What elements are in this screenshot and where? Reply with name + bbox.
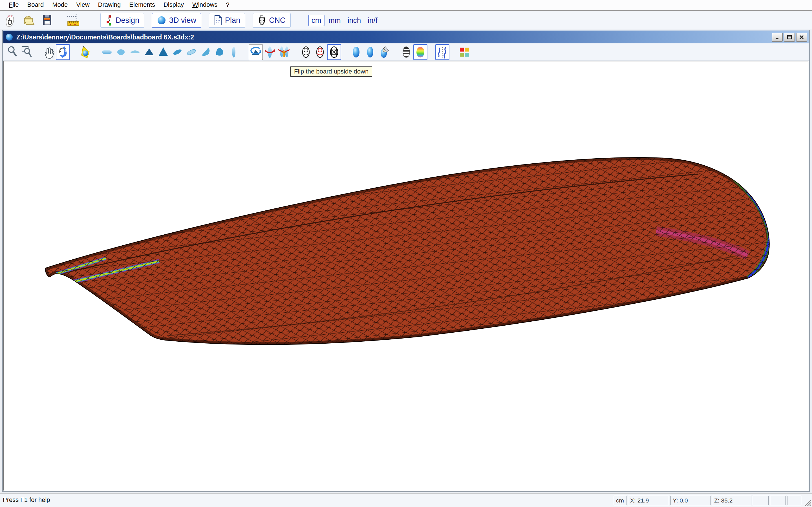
layers-view-icon[interactable] [399,44,413,60]
board-3d-render[interactable] [4,61,808,490]
status-y-coordinate: Y: 0.0 [670,496,711,505]
3d-view-icon [157,15,166,25]
status-help-text: Press F1 for help [3,494,50,506]
board-detail-layer [45,158,769,344]
document-title-bar[interactable]: Z:\Users\dennery\Documents\Boards\badboa… [3,31,809,43]
unit-inf[interactable]: in/f [365,15,380,25]
document-title: Z:\Users\dennery\Documents\Boards\badboa… [16,34,770,41]
cnc-mode-button[interactable]: CNC [253,13,291,28]
status-cell-empty-3 [787,496,801,505]
save-icon[interactable] [40,12,55,28]
front-view-icon[interactable] [142,44,156,60]
menu-board[interactable]: Board [23,0,48,10]
select-board-icon[interactable] [2,12,17,28]
main-toolbar: Design 3D view Plan CNC cm mm [0,11,812,29]
status-cell-empty-2 [770,496,786,505]
status-bar: Press F1 for help cm X: 21.9 Y: 0.0 Z: 3… [0,493,812,507]
back-view-icon[interactable] [156,44,170,60]
outline-top-icon[interactable] [100,44,114,60]
zoom-icon[interactable] [6,44,20,60]
side-profile-icon[interactable] [227,44,241,60]
wireframe-view-icon[interactable] [299,44,313,60]
design-mode-button[interactable]: Design [100,13,144,28]
rocker-view-icon[interactable] [128,44,142,60]
plan-icon [214,15,222,25]
3d-view-label: 3D view [169,16,196,25]
colors-view-icon[interactable] [413,44,427,60]
wireframe-red-view-icon[interactable] [313,44,327,60]
mesh-view-icon[interactable] [327,44,341,60]
status-unit: cm [614,496,626,505]
measure-icon[interactable] [65,12,81,28]
rotate-3d-icon[interactable] [56,44,70,60]
menu-file[interactable]: File [4,0,23,10]
perspective-rear-icon[interactable] [213,44,227,60]
status-x-coordinate: X: 21.9 [628,496,669,505]
unit-selector: cm mm inch in/f [308,15,380,26]
menu-display[interactable]: Display [159,0,188,10]
solid-smooth-view-icon[interactable] [363,44,377,60]
menu-elements[interactable]: Elements [125,0,159,10]
close-button[interactable] [796,33,807,42]
design-icon [105,15,113,25]
open-file-icon[interactable] [21,12,37,28]
color-panels-icon[interactable] [457,44,471,60]
perspective-top-icon[interactable] [170,44,185,60]
view-toolbar [3,43,809,61]
tooltip: Flip the board upside down [290,66,372,76]
menu-bar: File Board Mode View Drawing Elements Di… [0,0,812,11]
straighten-board-icon[interactable] [277,44,291,60]
plan-mode-button[interactable]: Plan [209,13,245,28]
menu-windows[interactable]: Windows [188,0,221,10]
render-light-icon[interactable] [78,44,92,60]
unit-inch[interactable]: inch [345,15,364,25]
menu-help[interactable]: ? [221,0,234,10]
design-label: Design [116,16,139,25]
pan-icon[interactable] [42,44,56,60]
3d-canvas[interactable] [3,61,809,491]
status-cell-empty-1 [753,496,769,505]
sand-view-icon[interactable] [377,44,391,60]
rotate-rail-icon[interactable] [263,44,277,60]
3d-view-mode-button[interactable]: 3D view [152,13,201,28]
solid-view-icon[interactable] [349,44,363,60]
menu-view[interactable]: View [72,0,94,10]
cnc-label: CNC [269,16,286,25]
flip-board-icon[interactable] [249,44,263,60]
menu-mode[interactable]: Mode [48,0,72,10]
application-window: File Board Mode View Drawing Elements Di… [0,0,812,507]
outline-top-filled-icon[interactable] [114,44,128,60]
resize-grip[interactable] [804,499,811,506]
maximize-button[interactable] [784,33,795,42]
document-window: Z:\Users\dennery\Documents\Boards\badboa… [2,30,810,492]
plan-label: Plan [225,16,240,25]
document-icon [5,33,13,41]
unit-mm[interactable]: mm [326,15,343,25]
perspective-bottom-icon[interactable] [185,44,199,60]
menu-drawing[interactable]: Drawing [94,0,125,10]
flow-lines-icon[interactable] [435,44,449,60]
unit-cm[interactable]: cm [308,15,325,26]
status-z-coordinate: Z: 35.2 [712,496,751,505]
perspective-side-icon[interactable] [199,44,213,60]
cnc-icon [258,15,266,26]
minimize-button[interactable] [772,33,783,42]
zoom-window-icon[interactable] [20,44,34,60]
